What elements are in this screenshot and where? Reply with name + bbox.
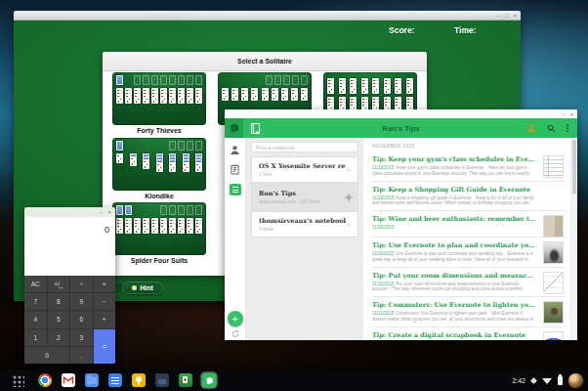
key-4[interactable]: 4 xyxy=(24,311,47,327)
dialog-title: Select a Solitaire xyxy=(103,52,427,71)
note-item[interactable]: Tip: Put your room dimensions and measur… xyxy=(372,268,566,298)
notebook-item-selected[interactable]: Ron's Tips www.evernote.com · 215 Notes xyxy=(251,182,358,212)
close-button[interactable]: × xyxy=(107,209,111,215)
solitaire-app-icon[interactable] xyxy=(179,373,192,387)
system-tray[interactable]: 2:42 xyxy=(512,373,588,388)
game-tile-spider-four-suits[interactable]: Spider Four Suits xyxy=(112,202,206,264)
notes-section-header: NOVEMBER 2015 xyxy=(372,144,566,149)
chrome-icon[interactable] xyxy=(38,373,52,387)
notes-icon[interactable] xyxy=(230,164,240,175)
account-icon[interactable] xyxy=(230,145,240,155)
note-title: Tip: Wine and beer enthusiasts: remember… xyxy=(372,215,536,223)
search-icon[interactable] xyxy=(547,124,556,133)
notebook-name: thomsirveaux's notebook xyxy=(259,217,346,225)
taskbar: 2:42 xyxy=(0,369,588,391)
new-note-button[interactable]: + xyxy=(228,311,243,326)
user-avatar[interactable] xyxy=(568,373,583,388)
key-8[interactable]: 8 xyxy=(48,293,70,310)
battery-icon xyxy=(558,376,563,385)
notebook-item[interactable]: OS X Yosemite Server review 1 Note xyxy=(251,156,358,183)
key-6[interactable]: 6 xyxy=(70,311,93,327)
key-1[interactable]: 1 xyxy=(24,329,47,346)
key-0[interactable]: 0 xyxy=(24,347,69,364)
note-thumbnail xyxy=(543,301,564,324)
close-button[interactable]: × xyxy=(513,13,517,19)
game-preview xyxy=(112,138,206,191)
solitaire-titlebar[interactable]: – □ × xyxy=(14,11,521,21)
score-label: Score: xyxy=(389,25,414,35)
calculator-titlebar[interactable]: – × xyxy=(24,207,115,217)
screen: – □ × Score: Time: Hint Select a Solitai… xyxy=(0,0,588,391)
note-title: Tip: Commuters: Use Evernote to lighten … xyxy=(372,301,536,309)
note-thumbnail xyxy=(543,215,564,238)
key-plus[interactable]: + xyxy=(94,311,116,327)
evernote-header: Ron's Tips xyxy=(225,118,577,138)
key-plusminus[interactable]: +/_ xyxy=(48,276,70,292)
notebook-list-panel: OS X Yosemite Server review 1 Note Ron's… xyxy=(246,138,363,340)
note-date: 11/16/2015 xyxy=(372,225,394,230)
key-decimal[interactable]: . xyxy=(70,347,93,364)
clock: 2:42 xyxy=(512,377,525,384)
gmail-icon[interactable] xyxy=(62,373,75,387)
note-date: 11/18/2015 xyxy=(372,196,394,200)
wifi-icon xyxy=(542,376,552,384)
key-2[interactable]: 2 xyxy=(48,329,70,346)
note-item[interactable]: Tip: Wine and beer enthusiasts: remember… xyxy=(372,211,566,238)
overflow-menu-icon[interactable] xyxy=(567,124,568,132)
game-preview xyxy=(112,202,206,255)
minimize-button[interactable]: – xyxy=(562,111,565,117)
key-equals[interactable]: = xyxy=(94,329,116,364)
notebook-settings-icon[interactable] xyxy=(346,221,353,228)
lightbulb-icon xyxy=(132,285,137,290)
note-snippet: Commuters: Use Evernote to lighten your … xyxy=(372,311,533,323)
key-5[interactable]: 5 xyxy=(48,311,70,327)
game-preview xyxy=(112,72,206,125)
key-divide[interactable]: ÷ xyxy=(70,276,93,292)
notebook-name: OS X Yosemite Server review xyxy=(259,162,346,170)
files-icon[interactable] xyxy=(85,373,99,387)
key-3[interactable]: 3 xyxy=(70,329,93,346)
notebooks-icon[interactable] xyxy=(230,184,241,196)
share-user-icon[interactable] xyxy=(526,123,536,133)
note-date: 11/13/2015 xyxy=(372,311,394,316)
note-date: 11/16/2015 xyxy=(372,251,394,256)
notebook-settings-icon[interactable] xyxy=(346,166,353,173)
game-label: Klondike xyxy=(112,193,206,199)
key-ac[interactable]: AC xyxy=(24,276,47,292)
note-thumbnail xyxy=(543,241,564,264)
note-item[interactable]: Tip: Keep your gym's class schedules in … xyxy=(372,152,566,182)
note-item[interactable]: Tip: Keep a Shopping Gift Guide in Evern… xyxy=(372,182,566,212)
game-label: Forty Thieves xyxy=(112,127,206,134)
scrollbar[interactable] xyxy=(570,138,577,340)
key-minus[interactable]: − xyxy=(94,293,116,310)
new-notebook-icon[interactable] xyxy=(250,122,261,135)
evernote-app-icon[interactable] xyxy=(202,373,216,387)
key-9[interactable]: 9 xyxy=(70,293,93,310)
notebook-item[interactable]: thomsirveaux's notebook 0 Notes xyxy=(251,211,358,238)
game-tile-klondike[interactable]: Klondike xyxy=(112,138,206,199)
note-item[interactable]: Tip: Create a digital scrapbook in Evern… xyxy=(372,327,566,341)
close-button[interactable]: × xyxy=(569,111,573,117)
app-launcher-icon[interactable] xyxy=(12,374,24,387)
key-multiply[interactable]: × xyxy=(94,276,116,292)
note-item[interactable]: Tip: Commuters: Use Evernote to lighten … xyxy=(372,297,566,327)
docs-icon[interactable] xyxy=(108,373,122,387)
key-7[interactable]: 7 xyxy=(24,293,47,310)
minimize-button[interactable]: – xyxy=(100,209,103,215)
note-thumbnail xyxy=(543,155,564,178)
notebook-name: Ron's Tips xyxy=(259,190,346,197)
play-store-icon[interactable] xyxy=(155,373,169,387)
note-item[interactable]: Tip: Use Evernote to plan and coordinate… xyxy=(372,238,566,268)
notebook-settings-icon[interactable] xyxy=(345,194,353,201)
notebook-search-input[interactable] xyxy=(251,142,358,152)
hint-button[interactable]: Hint xyxy=(122,282,163,294)
evernote-elephant-icon[interactable] xyxy=(225,118,243,138)
notebook-meta: 1 Note xyxy=(259,172,346,177)
keep-icon[interactable] xyxy=(132,373,146,387)
note-title: Tip: Use Evernote to plan and coordinate… xyxy=(372,241,536,249)
sync-icon[interactable] xyxy=(231,329,239,338)
game-tile-forty-thieves[interactable]: Forty Thieves xyxy=(112,72,206,134)
minimize-button[interactable]: – xyxy=(497,13,500,19)
maximize-button[interactable]: □ xyxy=(505,13,509,19)
scrollbar-thumb[interactable] xyxy=(572,140,576,195)
